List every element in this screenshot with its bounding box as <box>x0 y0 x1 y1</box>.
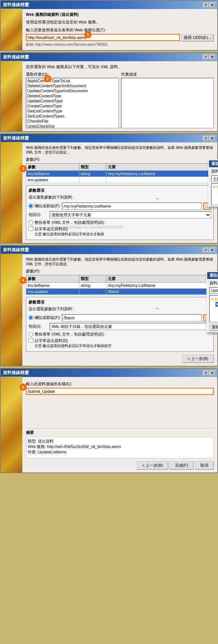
param4-row-0[interactable]: tns:listName string /my:myFields/my:List… <box>26 283 214 289</box>
panel5-wizard: 資料連線精靈 ? ✕ 5 輸入此資料連線的名稱(E): 摘要 類型: 送出資料 … <box>0 368 218 473</box>
list-item-3[interactable]: DeleteContentType <box>26 93 119 98</box>
panel4-popup: 選取欄位或群組 資料來源(D): UpdateItems(次要) ▼📁 Upda… <box>206 271 218 333</box>
param-row-1[interactable]: tns:updates <box>26 177 214 183</box>
list-item-1[interactable]: DeleteContentTypeXmlDocument <box>26 83 119 88</box>
panel4-bottom-btns: < 上一步(B) <box>26 355 214 363</box>
annotation-circle-4: 4 <box>19 277 27 284</box>
panel5-body: 5 輸入此資料連線的名稱(E): 摘要 類型: 送出資料 Web 服務: htt… <box>1 377 217 472</box>
panel3-field-input[interactable] <box>62 203 202 210</box>
panel4-radio1-row: 欄位或群組(F): … <box>28 314 211 321</box>
col4-header-param: 參數 <box>26 275 79 283</box>
panel2-operation-listbox[interactable]: ApplyContentTypeToList DeleteContentType… <box>26 78 119 128</box>
list-item-6[interactable]: GetListContentType <box>26 108 119 114</box>
panel4-checkbox[interactable] <box>28 338 33 343</box>
list-item-0[interactable]: ApplyContentTypeToList <box>26 78 119 83</box>
panel2-close-btn[interactable]: ✕ <box>209 54 215 59</box>
panel4-include-select[interactable]: XML 樹狀子目錄，包括選取的元素 <box>50 323 211 330</box>
annotation-circle-5: 5 <box>19 383 27 391</box>
list-item-8[interactable]: CheckInFile <box>26 119 119 124</box>
panel4-close-btn[interactable]: ✕ <box>209 248 215 253</box>
panel1-content: Web 服務詳細資料 (送出資料) 使用這些選項指定送出送至的 Web 服務。 … <box>26 12 214 47</box>
param-name-0: tns:listName <box>26 171 79 177</box>
panel4-radio2[interactable] <box>28 332 33 337</box>
panel3-arrow: → <box>155 196 160 201</box>
panel4-popup-tree: ▼📁 UpdateItem(次要) ▼📁 Batch 📄 OnError <box>209 295 218 322</box>
panel5-close-btn[interactable]: ✕ <box>209 370 215 376</box>
panel4-radio1[interactable] <box>28 315 33 320</box>
panel1-search-btn[interactable]: 搜尋 UDDI(E)... <box>181 34 214 41</box>
param4-type-0: string <box>79 283 106 289</box>
panel1-field-label: 輸入您要使用者送出表單的 Web 服務位置(T): <box>26 27 214 33</box>
panel3-title-bar: 資料連線精靈 ? ✕ <box>1 134 217 142</box>
panel3-close-btn[interactable]: ✕ <box>209 136 215 141</box>
panel4-popup-select-btn[interactable]: 選取類 <box>209 324 218 331</box>
panel3-popup-source-select[interactable]: 主要資料 <box>211 176 218 182</box>
panel2-help-btn[interactable]: ? <box>203 54 209 59</box>
list-item-4[interactable]: UpdateContentType <box>26 98 119 103</box>
param-row-0[interactable]: tns:listName string /my:myFields/my:List… <box>26 171 214 177</box>
panel3-help-btn[interactable]: ? <box>203 136 209 141</box>
annotation-circle-1: 1 <box>84 31 92 38</box>
panel3-title: 資料連線精靈 <box>3 135 29 141</box>
list-item-5[interactable]: CreateContentType <box>26 103 119 108</box>
panel4-radio1-label: 欄位或群組(F): <box>35 315 61 320</box>
panel5-name-input[interactable] <box>26 388 214 395</box>
panel3-options-desc: 送出選取參數的下列資料: <box>28 195 211 200</box>
list-item-7[interactable]: GetListContentTypes <box>26 114 119 119</box>
panel5-back-btn[interactable]: < 上一步(B) <box>137 461 168 470</box>
panel1-body: Web 服務詳細資料 (送出資料) 使用這些選項指定送出送至的 Web 服務。 … <box>1 9 217 50</box>
panel3-include-select[interactable]: 僅能使用文字和子元素 <box>50 211 211 218</box>
panel5-finish-btn[interactable]: 完成(F) <box>170 461 193 470</box>
panel3-radio2-row: 整份表單 (XML 文件，包括處理說明)(E) <box>28 220 211 225</box>
panel3-radio1[interactable] <box>28 204 33 208</box>
panel4-include-row: 包括(I): XML 樹狀子目錄，包括選取的元素 <box>28 323 211 330</box>
panel1-title-buttons: ? ✕ <box>203 3 215 8</box>
panel3-field-input-row: … <box>62 203 211 210</box>
panel2-ops-area: 選取作業(O): ApplyContentTypeToList DeleteCo… <box>26 72 119 128</box>
panel3-watermark: http://www.dotblogs.com.tw/mis2000lab/20… <box>51 225 123 229</box>
panel3-checkbox[interactable] <box>28 226 33 231</box>
param4-name-0: tns:listName <box>26 283 79 289</box>
col-header-param: 參數 <box>26 164 79 171</box>
panel1-url-input[interactable] <box>26 34 180 41</box>
panel4-options-title: 參數選項 <box>28 299 211 305</box>
panel2-desc-box <box>121 78 214 128</box>
panel1-close-btn[interactable]: ✕ <box>209 3 215 8</box>
panel3-include-row: 包括(I): 僅能使用文字和子元素 <box>28 211 211 218</box>
panel4-field-input[interactable] <box>62 314 202 321</box>
panel2-title-buttons: ? ✕ <box>203 54 215 59</box>
panel2-title: 資料連線精靈 <box>3 54 29 60</box>
panel3-radio2[interactable] <box>28 220 33 225</box>
panel4-popup-title: 選取欄位或群組 <box>207 272 218 279</box>
list-item-9[interactable]: UndoCheckOut <box>26 124 119 128</box>
panel4-tree-item-root[interactable]: ▼📁 UpdateItem(次要) <box>210 296 218 302</box>
panel3-popup-tree: ▼📁 myFields 📄 ListName <box>211 183 218 205</box>
panel1-title-bar: 資料連線精靈 ? ✕ <box>1 1 217 9</box>
panel3-content: Web 服務的送出操作需要下列參數。指定您表單中哪個欄位或群組提供這些參數的資料… <box>26 145 214 240</box>
panel4-popup-source-select[interactable]: UpdateItems(次要) <box>209 287 218 294</box>
panel4-arrow: → <box>155 306 160 311</box>
col-header-type: 類型 <box>79 164 106 171</box>
panel4-back-btn[interactable]: < 上一步(B) <box>182 355 214 363</box>
panel4-field-input-row: … <box>62 314 211 321</box>
panel4-popup-source-label: 資料來源(D): <box>209 280 218 286</box>
panel5-summary-line-0: 類型: 送出資料 <box>28 439 212 444</box>
panel3-radio1-label: 欄位或群組(F): <box>35 203 61 209</box>
panel3-tree-item-0[interactable]: ▼📁 myFields <box>212 185 218 190</box>
param4-element-0: /my:myFields/my:ListName <box>106 283 214 289</box>
param4-row-1[interactable]: tns:updates /Batch <box>26 289 214 295</box>
panel4-tree-item-batch[interactable]: ▼📁 Batch <box>215 302 218 307</box>
panel4-params-label: 參數(P): <box>26 268 214 274</box>
panel4-body: Web 服務的送出操作需要下列參數。指定您表單中哪個欄位或群組提供這些參數的資料… <box>1 254 217 366</box>
panel2-content: 您所選取的 Web 服務具以下作業，可送出 XML 資料。 選取作業(O): A… <box>26 64 214 128</box>
panel5-cancel-btn[interactable]: 取消 <box>195 461 214 470</box>
panel4-help-btn[interactable]: ? <box>203 248 209 253</box>
list-item-2[interactable]: UpdateContentTypeXmlDocument <box>26 88 119 93</box>
panel5-help-btn[interactable]: ? <box>203 370 209 376</box>
panel4-title-buttons: ? ✕ <box>203 248 215 253</box>
panel1-help-btn[interactable]: ? <box>203 3 209 8</box>
panel3-popup-source-row: 資料來源(D): <box>211 169 218 174</box>
panel3-popup-title: 選取欄位或群組 <box>209 160 218 167</box>
annotation-circle-3: 3 <box>19 165 27 172</box>
panel3-params-label: 參數(P): <box>26 157 214 162</box>
